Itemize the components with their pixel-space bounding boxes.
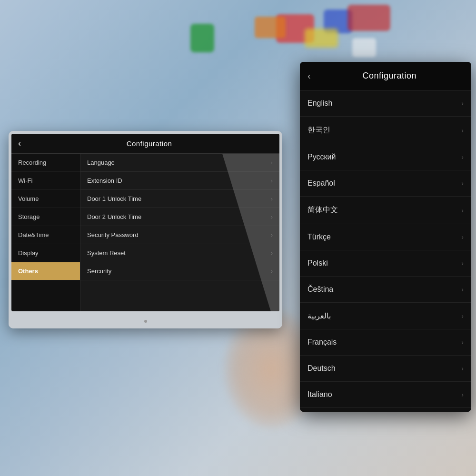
small-device-panel: ‹ Configuration Recording Wi-Fi Volume S… [9, 131, 282, 328]
chevron-right-icon: › [461, 207, 464, 214]
small-item-door2-label: Door 2 Unlock Time [87, 213, 271, 220]
lang-label-turkish: Türkçe [307, 233, 461, 241]
sidebar-item-recording[interactable]: Recording [11, 154, 80, 172]
small-back-button[interactable]: ‹ [18, 139, 21, 149]
chevron-right-icon: › [461, 127, 464, 134]
large-config-header: ‹ Configuration [300, 62, 471, 90]
sidebar-item-storage[interactable]: Storage [11, 208, 80, 226]
chevron-right-icon: › [271, 196, 273, 202]
chevron-right-icon: › [461, 259, 464, 267]
chevron-right-icon: › [461, 338, 464, 346]
flag-blob-white [352, 38, 376, 57]
small-config-body: Recording Wi-Fi Volume Storage Date&Time… [11, 154, 279, 311]
flag-blob-yellow [305, 29, 338, 48]
chevron-right-icon: › [271, 268, 273, 275]
small-sidebar: Recording Wi-Fi Volume Storage Date&Time… [11, 154, 80, 311]
sidebar-item-volume[interactable]: Volume [11, 190, 80, 208]
large-config-panel: ‹ Configuration English › 한국인 › Русский … [300, 62, 471, 412]
small-item-door1-label: Door 1 Unlock Time [87, 195, 271, 202]
large-language-list: English › 한국인 › Русский › Español › 简体中文… [300, 90, 471, 412]
lang-item-hebrew[interactable]: Ebraico › [300, 408, 471, 412]
chevron-right-icon: › [271, 250, 273, 257]
small-item-security-label: Security Password [87, 231, 271, 238]
lang-label-korean: 한국인 [307, 125, 461, 135]
chevron-right-icon: › [271, 178, 273, 184]
lang-item-english[interactable]: English › [300, 90, 471, 117]
flag-blob-green [190, 24, 214, 52]
small-item-extension-id-label: Extension ID [87, 177, 271, 184]
lang-item-french[interactable]: Français › [300, 329, 471, 356]
lang-item-korean[interactable]: 한국인 › [300, 117, 471, 144]
small-item-extension-id[interactable]: Extension ID › [80, 172, 279, 190]
device-screen: ‹ Configuration Recording Wi-Fi Volume S… [11, 134, 279, 311]
small-content-list: Language › Extension ID › Door 1 Unlock … [80, 154, 279, 311]
chevron-right-icon: › [461, 365, 464, 372]
chevron-right-icon: › [461, 312, 464, 320]
small-config-header: ‹ Configuration [11, 134, 279, 154]
device-bottom-bar [9, 314, 282, 328]
large-back-button[interactable]: ‹ [307, 70, 311, 81]
chevron-right-icon: › [461, 233, 464, 241]
chevron-right-icon: › [461, 99, 464, 107]
small-item-door2-unlock[interactable]: Door 2 Unlock Time › [80, 208, 279, 226]
sidebar-item-wifi[interactable]: Wi-Fi [11, 172, 80, 190]
lang-item-turkish[interactable]: Türkçe › [300, 224, 471, 250]
lang-item-russian[interactable]: Русский › [300, 144, 471, 170]
lang-item-spanish[interactable]: Español › [300, 170, 471, 197]
lang-item-czech[interactable]: Čeština › [300, 277, 471, 303]
small-item-sercurity-label: Sercurity [87, 268, 271, 275]
large-config-title: Configuration [316, 71, 464, 81]
sidebar-item-display[interactable]: Display [11, 244, 80, 262]
lang-item-italian[interactable]: Italiano › [300, 382, 471, 408]
small-item-door1-unlock[interactable]: Door 1 Unlock Time › [80, 190, 279, 208]
lang-label-english: English [307, 99, 461, 108]
lang-label-chinese: 简体中文 [307, 205, 461, 215]
small-item-language-label: Language [87, 159, 271, 166]
small-config-title: Configuration [26, 139, 273, 148]
lang-item-german[interactable]: Deutsch › [300, 356, 471, 382]
lang-label-italian: Italiano [307, 390, 461, 399]
small-item-sercurity[interactable]: Sercurity › [80, 262, 279, 280]
lang-label-polish: Polski [307, 259, 461, 268]
lang-item-arabic[interactable]: بالعربية › [300, 303, 471, 329]
lang-item-polish[interactable]: Polski › [300, 250, 471, 277]
chevron-right-icon: › [461, 286, 464, 293]
lang-label-arabic: بالعربية [307, 311, 461, 320]
lang-label-german: Deutsch [307, 364, 461, 373]
device-dot [144, 320, 147, 323]
sidebar-item-others[interactable]: Others [11, 262, 80, 280]
chevron-right-icon: › [461, 391, 464, 398]
flag-blob-red2 [347, 5, 390, 31]
chevron-right-icon: › [461, 153, 464, 161]
lang-label-russian: Русский [307, 153, 461, 161]
flag-blob-orange [255, 17, 286, 38]
small-item-security-password[interactable]: Security Password › [80, 226, 279, 244]
chevron-right-icon: › [271, 232, 273, 238]
chevron-right-icon: › [271, 159, 273, 166]
chevron-right-icon: › [271, 214, 273, 220]
small-item-reset-label: System Reset [87, 249, 271, 257]
lang-item-chinese[interactable]: 简体中文 › [300, 197, 471, 224]
chevron-right-icon: › [461, 179, 464, 187]
lang-label-spanish: Español [307, 179, 461, 188]
small-item-system-reset[interactable]: System Reset › [80, 244, 279, 262]
lang-label-french: Français [307, 338, 461, 347]
lang-label-czech: Čeština [307, 285, 461, 294]
sidebar-item-datetime[interactable]: Date&Time [11, 226, 80, 244]
small-item-language[interactable]: Language › [80, 154, 279, 172]
